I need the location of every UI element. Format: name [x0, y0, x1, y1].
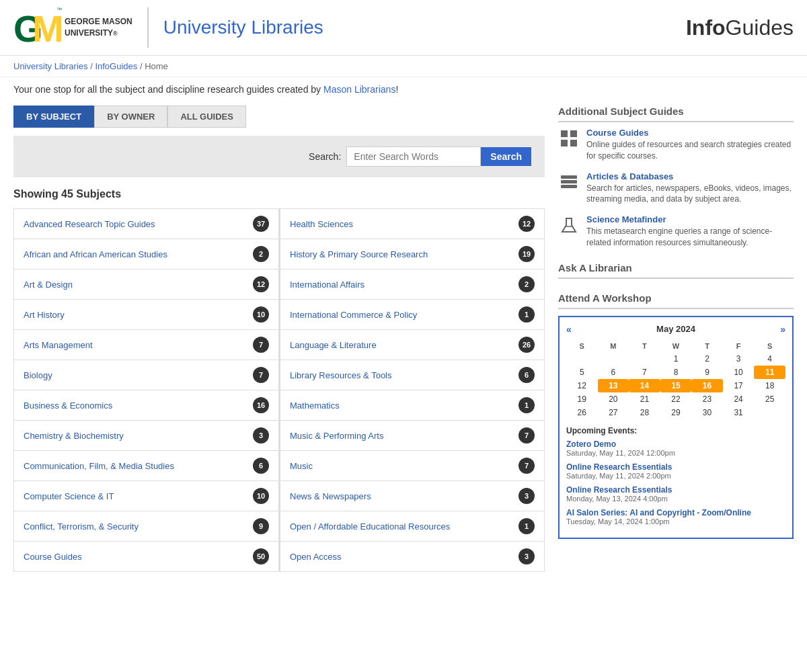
- subject-link[interactable]: Music & Performing Arts: [290, 431, 383, 441]
- calendar-day[interactable]: 26: [566, 406, 598, 419]
- calendar-day[interactable]: 13: [598, 379, 629, 392]
- calendar-day[interactable]: 20: [598, 392, 629, 406]
- calendar-day[interactable]: 11: [754, 366, 785, 379]
- list-item[interactable]: Biology7: [13, 360, 279, 390]
- subject-link[interactable]: Open Access: [290, 552, 342, 562]
- list-item[interactable]: Library Resources & Tools6: [280, 360, 545, 390]
- calendar-day[interactable]: 21: [629, 392, 660, 406]
- mason-librarians-link[interactable]: Mason Librarians: [323, 84, 395, 95]
- subject-link[interactable]: News & Newspapers: [290, 491, 371, 501]
- calendar-day[interactable]: 31: [723, 406, 755, 419]
- subject-badge: 7: [253, 337, 269, 353]
- list-item[interactable]: Communication, Film, & Media Studies6: [13, 451, 279, 481]
- calendar-day[interactable]: 2: [691, 352, 723, 366]
- tab-by-subject[interactable]: BY SUBJECT: [13, 106, 94, 128]
- list-item[interactable]: Language & Literature26: [280, 330, 545, 360]
- breadcrumb-university-libraries[interactable]: University Libraries: [13, 61, 88, 71]
- subject-link[interactable]: International Affairs: [290, 280, 364, 290]
- search-input[interactable]: [346, 146, 481, 167]
- calendar-day[interactable]: 27: [598, 406, 629, 419]
- calendar-day[interactable]: 8: [660, 366, 692, 379]
- guide-link[interactable]: Course Guides: [586, 128, 794, 138]
- calendar-day[interactable]: 14: [629, 379, 660, 392]
- breadcrumb-home: Home: [145, 61, 168, 71]
- subject-link[interactable]: Chemistry & Biochemistry: [24, 431, 124, 441]
- calendar-day[interactable]: 17: [723, 379, 755, 392]
- calendar-prev-button[interactable]: «: [566, 324, 572, 335]
- subject-link[interactable]: Library Resources & Tools: [290, 370, 392, 380]
- calendar-next-button[interactable]: »: [780, 324, 785, 335]
- calendar-day[interactable]: 16: [691, 379, 723, 392]
- subject-link[interactable]: Music: [290, 461, 313, 471]
- calendar-day[interactable]: 29: [660, 406, 692, 419]
- calendar-day[interactable]: 9: [691, 366, 723, 379]
- subject-link[interactable]: Course Guides: [24, 552, 82, 562]
- subject-link[interactable]: Art History: [24, 310, 65, 320]
- left-panel: BY SUBJECT BY OWNER ALL GUIDES Search: S…: [13, 106, 545, 572]
- subject-link[interactable]: Advanced Research Topic Guides: [24, 219, 155, 229]
- subject-link[interactable]: History & Primary Source Research: [290, 249, 428, 259]
- list-item[interactable]: Course Guides50: [13, 542, 279, 572]
- list-item[interactable]: International Affairs2: [280, 269, 545, 300]
- list-item[interactable]: Arts Management7: [13, 330, 279, 360]
- subject-link[interactable]: International Commerce & Policy: [290, 310, 417, 320]
- list-item[interactable]: Conflict, Terrorism, & Security9: [13, 511, 279, 542]
- list-item[interactable]: Open / Affordable Educational Resources1: [280, 511, 545, 542]
- list-item[interactable]: Open Access3: [280, 542, 545, 572]
- subject-link[interactable]: Communication, Film, & Media Studies: [24, 461, 174, 471]
- calendar-day[interactable]: 10: [723, 366, 755, 379]
- subject-link[interactable]: Art & Design: [24, 280, 73, 290]
- subject-link[interactable]: Arts Management: [24, 340, 93, 350]
- calendar-day[interactable]: 15: [660, 379, 692, 392]
- event-link[interactable]: Online Research Essentials: [566, 485, 672, 495]
- subject-link[interactable]: Open / Affordable Educational Resources: [290, 521, 450, 532]
- subject-link[interactable]: Biology: [24, 370, 52, 380]
- calendar-day[interactable]: 5: [566, 366, 598, 379]
- calendar-day[interactable]: 18: [754, 379, 785, 392]
- subject-badge: 26: [518, 337, 535, 353]
- search-button[interactable]: Search: [481, 147, 531, 166]
- subject-link[interactable]: Mathematics: [290, 401, 340, 411]
- calendar-day[interactable]: 28: [629, 406, 660, 419]
- list-item[interactable]: Health Sciences12: [280, 208, 545, 239]
- subject-link[interactable]: Computer Science & IT: [24, 491, 114, 501]
- calendar-day[interactable]: 6: [598, 366, 629, 379]
- list-item[interactable]: Business & Economics16: [13, 390, 279, 421]
- guide-link[interactable]: Science Metafinder: [586, 214, 794, 224]
- subject-link[interactable]: African and African American Studies: [24, 249, 167, 259]
- calendar-day[interactable]: 24: [723, 392, 755, 406]
- list-item[interactable]: Art History10: [13, 300, 279, 330]
- list-item[interactable]: History & Primary Source Research19: [280, 239, 545, 269]
- calendar-day[interactable]: 7: [629, 366, 660, 379]
- list-item[interactable]: International Commerce & Policy1: [280, 300, 545, 330]
- calendar-day[interactable]: 25: [754, 392, 785, 406]
- tab-by-owner[interactable]: BY OWNER: [94, 106, 167, 128]
- list-item[interactable]: Music7: [280, 451, 545, 481]
- list-item[interactable]: Mathematics1: [280, 390, 545, 421]
- calendar-day[interactable]: 19: [566, 392, 598, 406]
- list-item[interactable]: Computer Science & IT10: [13, 481, 279, 511]
- calendar-day[interactable]: 4: [754, 352, 785, 366]
- subject-link[interactable]: Language & Literature: [290, 340, 377, 350]
- calendar-day[interactable]: 23: [691, 392, 723, 406]
- calendar-day[interactable]: 30: [691, 406, 723, 419]
- calendar-day[interactable]: 1: [660, 352, 692, 366]
- list-item[interactable]: Art & Design12: [13, 269, 279, 300]
- calendar-day[interactable]: 3: [723, 352, 755, 366]
- subject-link[interactable]: Health Sciences: [290, 219, 353, 229]
- list-item[interactable]: Chemistry & Biochemistry3: [13, 421, 279, 451]
- tab-all-guides[interactable]: ALL GUIDES: [167, 106, 246, 128]
- event-link[interactable]: Zotero Demo: [566, 439, 616, 449]
- list-item[interactable]: Advanced Research Topic Guides37: [13, 208, 279, 239]
- event-link[interactable]: AI Salon Series: AI and Copyright - Zoom…: [566, 508, 751, 517]
- list-item[interactable]: African and African American Studies2: [13, 239, 279, 269]
- list-item[interactable]: News & Newspapers3: [280, 481, 545, 511]
- breadcrumb-infoguides[interactable]: InfoGuides: [95, 61, 137, 71]
- subject-link[interactable]: Business & Economics: [24, 401, 112, 411]
- subject-link[interactable]: Conflict, Terrorism, & Security: [24, 521, 139, 532]
- calendar-day[interactable]: 12: [566, 379, 598, 392]
- list-item[interactable]: Music & Performing Arts7: [280, 421, 545, 451]
- calendar-day[interactable]: 22: [660, 392, 692, 406]
- guide-link[interactable]: Articles & Databases: [586, 171, 794, 181]
- event-link[interactable]: Online Research Essentials: [566, 462, 672, 472]
